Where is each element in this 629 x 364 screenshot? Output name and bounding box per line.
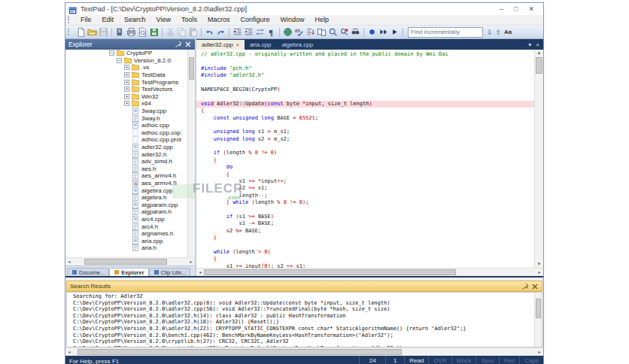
playback-macro-icon[interactable] (378, 26, 389, 38)
menu-configure[interactable]: Configure (235, 16, 275, 23)
tree-expander-icon[interactable]: + (124, 80, 129, 85)
tree-item-3way.h[interactable]: 3way.h (65, 114, 195, 122)
menu-view[interactable]: View (151, 16, 176, 23)
tree-expander-icon[interactable]: − (117, 58, 122, 63)
maximize-button[interactable]: □ (514, 5, 518, 14)
unindent-icon[interactable] (232, 26, 243, 38)
tree-item-aria.cpp[interactable]: aria.cpp (65, 237, 195, 244)
pin-icon[interactable] (175, 41, 182, 48)
find-next-up-button[interactable]: ⇧ (494, 29, 503, 36)
reformat-icon[interactable] (254, 26, 266, 38)
print-preview-icon[interactable] (137, 26, 148, 38)
tree-item-algebra.cpp[interactable]: algebra.cpp (65, 187, 195, 194)
dock-tab-docume[interactable]: Docume... (67, 268, 109, 276)
match-case-button[interactable]: Aa (503, 29, 513, 35)
cut-icon[interactable] (165, 26, 176, 38)
editor-tab-aria-cpp[interactable]: aria.cpp (245, 40, 276, 50)
sort-icon[interactable] (305, 26, 316, 38)
tree-item-aes.h[interactable]: aes.h (65, 165, 195, 173)
tree-item-3way.cpp[interactable]: 3way.cpp (65, 108, 195, 115)
search-result-line[interactable]: C:\Dev\CryptoPP\Version_8.2.0\bench1.cpp… (67, 332, 534, 339)
tree-item-.vs[interactable]: +.vs (65, 64, 195, 71)
menu-tools[interactable]: Tools (176, 16, 202, 23)
save-all-icon[interactable] (148, 26, 160, 38)
search-results-body[interactable]: Searching for: Adler32C:\Dev\CryptoPP\Ve… (66, 292, 542, 347)
browser-icon[interactable] (282, 26, 293, 38)
minimize-button[interactable]: – (500, 5, 503, 14)
pin-icon[interactable] (521, 283, 529, 290)
search-result-line[interactable]: C:\Dev\CryptoPP\Version_8.2.0\adler32.cp… (67, 300, 534, 307)
tree-item-algparam.h[interactable]: algparam.h (65, 208, 195, 216)
dock-tab-explorer[interactable]: Explorer (109, 268, 148, 276)
search-result-line[interactable]: C:\Dev\CryptoPP\Version_8.2.0\adler32.cp… (67, 306, 534, 313)
tree-expander-icon[interactable]: − (109, 50, 114, 56)
search-result-line[interactable]: C:\Dev\CryptoPP\Version_8.2.0\adler32.h(… (67, 326, 534, 332)
tree-item-arc4.cpp[interactable]: arc4.cpp (65, 216, 195, 223)
tree-item-aes_armv4.h[interactable]: aes_armv4.h (65, 172, 195, 180)
close-panel-icon[interactable] (184, 41, 192, 48)
search-result-line[interactable]: C:\Dev\CryptoPP\Version_8.2.0\cryptlib.h… (67, 338, 534, 345)
run-icon[interactable] (389, 26, 400, 38)
tree-item-algebra.h[interactable]: algebra.h (65, 194, 195, 202)
redo-icon[interactable] (215, 26, 226, 38)
tree-item-adhoc.cpp.cop[interactable]: adhoc.cpp.cop (65, 129, 195, 137)
results-horizontal-scrollbar[interactable]: ◂▸ (65, 347, 543, 356)
compare-files-icon[interactable] (316, 26, 327, 38)
tree-item-adler32.h[interactable]: adler32.h (65, 150, 195, 158)
editor-tab-algebra-cpp[interactable]: algebra.cpp (276, 40, 318, 50)
spell-check-icon[interactable]: ab (293, 26, 305, 38)
tree-item-aes_armv4.s[interactable]: Saes_armv4.S (65, 180, 195, 187)
results-vertical-scrollbar[interactable] (534, 293, 542, 347)
tree-item-arc4.h[interactable]: arc4.h (65, 223, 195, 230)
tab-close-icon[interactable]: × (236, 42, 239, 47)
record-macro-icon[interactable] (366, 26, 378, 38)
tree-item-adhoc.cpp[interactable]: adhoc.cpp (65, 122, 195, 129)
tree-expander-icon[interactable]: + (124, 65, 129, 70)
document-properties-icon[interactable] (114, 26, 126, 38)
editor-tab-adler32-cpp[interactable]: adler32.cpp× (196, 40, 245, 50)
open-folder-icon[interactable] (87, 26, 98, 38)
tree-item-cryptopp[interactable]: −CryptoPP (65, 50, 195, 57)
tree-expander-icon[interactable]: + (124, 86, 129, 92)
menu-edit[interactable]: Edit (97, 16, 120, 23)
find-in-files-icon[interactable] (350, 26, 361, 38)
tree-item-x64[interactable]: +x64 (65, 100, 195, 108)
search-result-line[interactable]: C:\Dev\CryptoPP\Version_8.2.0\adler32.h(… (67, 319, 534, 326)
show-paragraph-marks-icon[interactable]: ¶ (266, 26, 277, 38)
search-result-line[interactable]: Searching for: Adler32 (67, 293, 534, 300)
tree-expander-icon[interactable]: + (124, 94, 129, 99)
close-panel-icon[interactable] (531, 283, 539, 290)
undo-icon[interactable] (204, 26, 215, 38)
tree-item-version_8.2.0[interactable]: −Version_8.2.0 (65, 57, 195, 65)
indent-icon[interactable] (243, 26, 254, 38)
find-next-down-button[interactable]: ⇩ (485, 29, 494, 36)
incremental-find-input[interactable] (408, 27, 483, 38)
tree-vertical-scrollbar[interactable] (187, 50, 195, 257)
tree-horizontal-scrollbar[interactable]: ◂▸ (65, 257, 195, 265)
search-result-line[interactable]: C:\Dev\CryptoPP\Version_8.2.0\adler32.h(… (67, 313, 534, 320)
tabbar-close-icon[interactable]: × (536, 41, 539, 48)
menu-file[interactable]: File (75, 16, 97, 23)
code-view[interactable]: // adler32.cpp - originally written and … (196, 50, 543, 268)
tree-item-aria.h[interactable]: aria.h (65, 244, 195, 252)
editor-vertical-scrollbar[interactable]: ▲▼ (534, 50, 543, 268)
paste-icon[interactable] (187, 26, 199, 38)
save-icon[interactable] (98, 26, 109, 38)
tree-expander-icon[interactable]: + (124, 72, 129, 77)
tree-item-adler32.cpp[interactable]: adler32.cpp (65, 144, 195, 151)
dock-tab-cliplibr[interactable]: Clip Libr... (149, 268, 190, 276)
copy-icon[interactable] (176, 26, 187, 38)
menu-search[interactable]: Search (119, 16, 151, 23)
find-icon[interactable] (327, 26, 339, 38)
tab-overflow-icon[interactable]: ▾ (528, 41, 531, 48)
tree-item-adhoc.cpp.prot[interactable]: adhoc.cpp.prot (65, 136, 195, 144)
new-document-icon[interactable] (75, 26, 87, 38)
menu-window[interactable]: Window (275, 16, 309, 23)
print-icon[interactable] (126, 26, 137, 38)
tree-item-testdata[interactable]: +TestData (65, 71, 195, 79)
tree-item-adv_simd.h[interactable]: adv_simd.h (65, 158, 195, 165)
menu-help[interactable]: Help (310, 16, 335, 23)
close-button[interactable]: ✕ (528, 5, 534, 14)
replace-icon[interactable] (339, 26, 350, 38)
tree-item-testprograms[interactable]: +TestPrograms (65, 78, 195, 86)
